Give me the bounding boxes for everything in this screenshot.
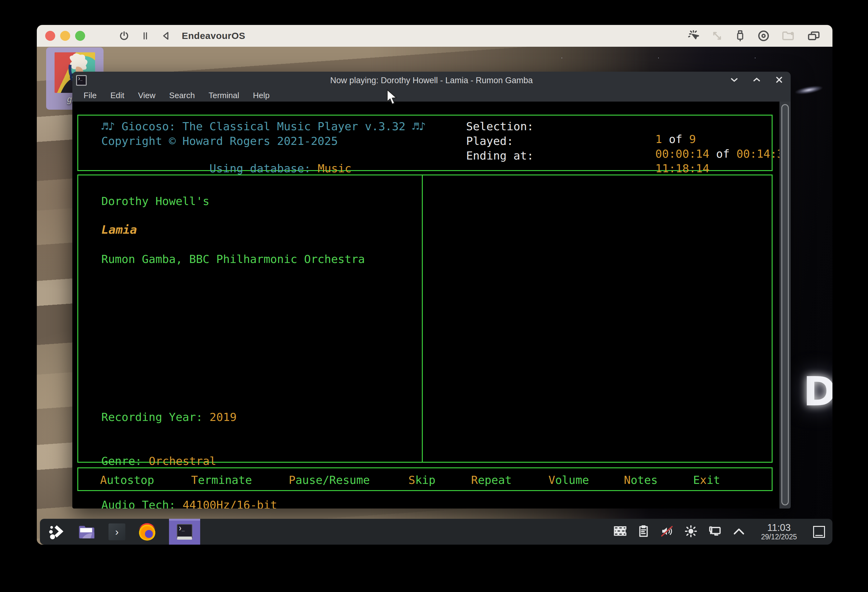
menu-pause-resume[interactable]: Pause/Resume xyxy=(289,474,370,486)
database-value: Music xyxy=(318,162,351,175)
chevron-up-icon[interactable] xyxy=(733,527,745,537)
pane-divider xyxy=(422,175,423,462)
maximize-icon[interactable] xyxy=(753,76,761,85)
volume-muted-icon[interactable] xyxy=(661,526,673,538)
terminal-window: ❯_ Now playing: Dorothy Howell - Lamia -… xyxy=(72,72,791,508)
app-launcher-icon[interactable] xyxy=(47,523,65,540)
clock[interactable]: 11:03 29/12/2025 xyxy=(761,523,797,540)
menu-notes[interactable]: Notes xyxy=(624,474,658,486)
menu-file[interactable]: File xyxy=(84,91,97,100)
taskbar-panel: › ❯_ xyxy=(40,519,833,545)
genre-row: Genre:Orchestral xyxy=(101,454,277,468)
zoom-traffic-light[interactable] xyxy=(75,31,85,41)
wallpaper-text: DE xyxy=(803,368,833,415)
vm-desktop: DE gioc xyxy=(37,47,833,545)
ending-label: Ending at: xyxy=(466,149,534,162)
firefox-icon[interactable] xyxy=(139,523,156,540)
close-icon[interactable] xyxy=(775,76,783,85)
display-settings-icon[interactable] xyxy=(709,526,721,538)
audio-tech-row: Audio Tech:44100Hz/16-bit xyxy=(101,498,277,508)
usb-icon[interactable] xyxy=(735,30,745,42)
menu-volume[interactable]: Volume xyxy=(548,474,589,486)
file-manager-icon[interactable] xyxy=(78,523,95,540)
show-desktop-icon[interactable] xyxy=(813,526,825,538)
minimize-icon[interactable] xyxy=(730,76,738,85)
capture-cursor-icon[interactable] xyxy=(688,30,699,41)
menu-autostop[interactable]: Autostop xyxy=(100,474,154,486)
command-menu-box: Autostop Terminate Pause/Resume Skip Rep… xyxy=(77,467,773,491)
clipboard-icon[interactable] xyxy=(638,525,649,538)
selection-label: Selection: xyxy=(466,120,534,133)
now-playing-box: Dorothy Howell's Lamia Rumon Gamba, BBC … xyxy=(77,174,773,463)
resize-icon[interactable] xyxy=(712,30,723,41)
clock-date: 29/12/2025 xyxy=(761,533,797,541)
menu-repeat[interactable]: Repeat xyxy=(471,474,512,486)
vm-window: EndeavourOS xyxy=(37,25,833,545)
terminal-screen: ♬♪ Giocoso: The Classical Music Player v… xyxy=(72,102,779,508)
app-title: ♬♪ Giocoso: The Classical Music Player v… xyxy=(101,120,425,133)
terminal-title: Now playing: Dorothy Howell - Lamia - Ru… xyxy=(330,76,533,85)
scrollbar-track[interactable] xyxy=(779,102,791,508)
vm-window-title: EndeavourOS xyxy=(182,31,245,41)
copyright-line: Copyright © Howard Rogers 2021-2025 xyxy=(101,135,338,147)
work-title: Lamia xyxy=(101,223,137,237)
menu-edit[interactable]: Edit xyxy=(111,91,124,100)
menu-search[interactable]: Search xyxy=(169,91,195,100)
power-icon[interactable] xyxy=(119,31,129,41)
menu-terminate[interactable]: Terminate xyxy=(191,474,252,486)
pause-icon[interactable] xyxy=(140,31,150,41)
firewall-icon[interactable] xyxy=(614,526,626,538)
terminal-app-icon: ❯_ xyxy=(76,75,87,86)
disc-icon[interactable] xyxy=(757,30,769,42)
performers-line: Rumon Gamba, BBC Philharmonic Orchestra xyxy=(101,253,365,265)
close-traffic-light[interactable] xyxy=(45,31,55,41)
vm-titlebar[interactable]: EndeavourOS xyxy=(37,25,833,47)
terminal-launcher-icon[interactable]: › xyxy=(108,523,125,540)
played-label: Played: xyxy=(466,135,514,147)
screen: EndeavourOS xyxy=(0,0,868,592)
konsole-icon: ❯_ xyxy=(177,524,192,540)
menu-exit[interactable]: Exit xyxy=(693,474,720,486)
composer-line: Dorothy Howell's xyxy=(101,195,210,208)
terminal-titlebar[interactable]: ❯_ Now playing: Dorothy Howell - Lamia -… xyxy=(72,72,791,89)
header-box: ♬♪ Giocoso: The Classical Music Player v… xyxy=(77,115,773,171)
minimize-traffic-light[interactable] xyxy=(60,31,70,41)
mouse-cursor xyxy=(386,89,399,106)
recording-year-row: Recording Year:2019 xyxy=(101,410,277,424)
menu-view[interactable]: View xyxy=(138,91,156,100)
terminal-menubar: File Edit View Search Terminal Help xyxy=(72,89,791,102)
menu-terminal[interactable]: Terminal xyxy=(208,91,239,100)
database-label: Using database: xyxy=(210,162,311,175)
menu-skip[interactable]: Skip xyxy=(409,474,435,486)
menu-help[interactable]: Help xyxy=(253,91,269,100)
active-task-konsole[interactable]: ❯_ xyxy=(169,519,200,545)
clock-time: 11:03 xyxy=(761,523,797,533)
shared-folder-icon[interactable] xyxy=(782,30,795,41)
displays-icon[interactable] xyxy=(807,30,820,41)
scrollbar-thumb[interactable] xyxy=(781,104,789,505)
brightness-icon[interactable] xyxy=(685,525,697,538)
back-icon[interactable] xyxy=(161,31,171,41)
